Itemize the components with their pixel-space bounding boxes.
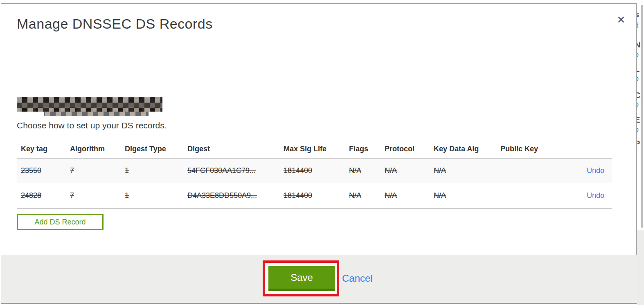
save-button[interactable]: Save — [268, 266, 335, 291]
background-text-fragment: L — [637, 65, 639, 74]
cell-key-data-alg: N/A — [434, 166, 500, 175]
cell-key-data-alg: N/A — [434, 191, 500, 200]
page-title: Manage DNSSEC DS Records — [17, 16, 213, 32]
cell-flags: N/A — [349, 191, 385, 200]
undo-link[interactable]: Undo — [587, 191, 604, 200]
col-header-protocol: Protocol — [385, 145, 434, 153]
cell-max-sig-life: 1814400 — [284, 166, 349, 175]
table-header-row: Key tag Algorithm Digest Type Digest Max… — [17, 139, 612, 158]
cell-flags: N/A — [349, 166, 385, 175]
table-row: 24828 7 1 D4A33E8DD550A9... 1814400 N/A … — [17, 183, 612, 209]
table-row: 23550 7 1 54FCF030AA1C79... 1814400 N/A … — [17, 158, 612, 183]
col-header-key-tag: Key tag — [21, 145, 70, 153]
background-text-fragment: C — [637, 91, 640, 100]
background-text-fragment: o — [637, 100, 639, 109]
col-header-flags: Flags — [349, 145, 385, 153]
cell-digest-type: 1 — [125, 166, 187, 175]
col-header-key-data-alg: Key Data Alg — [434, 145, 500, 153]
cell-digest: D4A33E8DD550A9... — [187, 191, 284, 200]
background-text-fragment: o — [637, 126, 639, 134]
background-text-fragment: N — [637, 40, 640, 49]
cell-key-tag: 23550 — [21, 166, 70, 175]
cell-digest-type: 1 — [125, 191, 187, 200]
cell-algorithm: 7 — [70, 166, 125, 175]
background-text-fragment: P — [637, 139, 640, 148]
background-text-fragment: o — [637, 50, 639, 59]
ds-records-table: Key tag Algorithm Digest Type Digest Max… — [17, 139, 612, 209]
background-text-fragment: E — [637, 115, 640, 125]
modal-footer: Save Cancel — [1, 255, 637, 303]
cell-protocol: N/A — [385, 191, 434, 200]
cancel-link[interactable]: Cancel — [342, 273, 373, 284]
cell-protocol: N/A — [385, 166, 434, 175]
screen: Manage DNSSEC DS Records ✕ Choose how to… — [0, 0, 644, 305]
col-header-public-key: Public Key — [500, 145, 566, 153]
background-text-fragment: d — [637, 21, 639, 30]
background-text-fragment: s — [637, 10, 639, 19]
col-header-algorithm: Algorithm — [70, 145, 125, 153]
col-header-max-sig-life: Max Sig Life — [284, 145, 349, 153]
background-text-fragment: o — [637, 74, 639, 83]
cell-key-tag: 24828 — [21, 191, 70, 200]
redacted-domain-name — [17, 97, 162, 112]
page-scrollbar[interactable] — [641, 5, 643, 228]
col-header-digest: Digest — [187, 145, 284, 153]
background-page-footer-strip — [637, 230, 644, 305]
close-icon[interactable]: ✕ — [614, 13, 628, 27]
ds-records-instruction: Choose how to set up your DS records. — [17, 121, 167, 130]
cell-digest: 54FCF030AA1C79... — [187, 166, 284, 175]
cell-algorithm: 7 — [70, 191, 125, 200]
redacted-domain-name-fragment — [44, 112, 149, 116]
undo-link[interactable]: Undo — [587, 166, 604, 175]
cell-max-sig-life: 1814400 — [284, 191, 349, 200]
add-ds-record-button[interactable]: Add DS Record — [17, 214, 104, 230]
col-header-digest-type: Digest Type — [125, 145, 187, 153]
